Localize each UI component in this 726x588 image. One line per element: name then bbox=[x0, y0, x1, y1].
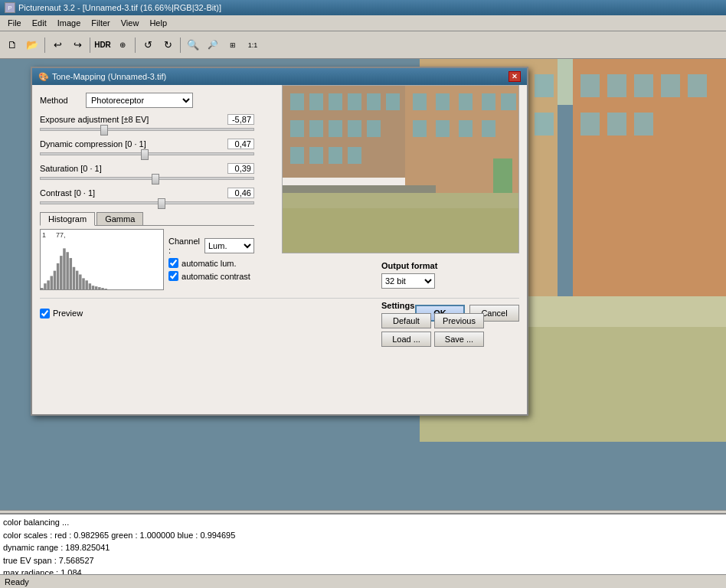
menu-help[interactable]: Help bbox=[145, 17, 172, 29]
svg-rect-67 bbox=[501, 93, 516, 110]
tab-histogram[interactable]: Histogram bbox=[40, 212, 95, 226]
dialog-preview-image bbox=[282, 85, 519, 253]
svg-rect-72 bbox=[493, 158, 512, 193]
svg-rect-76 bbox=[283, 208, 519, 253]
bit-depth-select[interactable]: 8 bit 16 bit 32 bit bbox=[381, 273, 435, 289]
auto-contrast-checkbox[interactable] bbox=[168, 271, 178, 281]
rotate-left-button[interactable]: ↺ bbox=[139, 36, 157, 54]
rotate-right-button[interactable]: ↻ bbox=[159, 36, 177, 54]
svg-rect-29 bbox=[57, 263, 59, 289]
menu-edit[interactable]: Edit bbox=[28, 17, 51, 29]
menu-filter[interactable]: Filter bbox=[87, 17, 114, 29]
svg-rect-61 bbox=[348, 147, 361, 164]
svg-rect-70 bbox=[459, 120, 473, 137]
redo-button[interactable]: ↪ bbox=[68, 36, 87, 54]
svg-rect-39 bbox=[89, 283, 91, 289]
svg-rect-65 bbox=[459, 93, 473, 110]
toolbar-sep-1 bbox=[44, 38, 45, 53]
save-button[interactable]: Save ... bbox=[434, 332, 484, 347]
dynamic-track[interactable] bbox=[40, 152, 254, 155]
svg-rect-71 bbox=[482, 120, 495, 137]
status-text: Ready bbox=[5, 577, 29, 586]
dialog-title-text: Tone-Mapping (Unnamed-3.tif) bbox=[52, 72, 166, 81]
log-area: color balancing ... color scales : red :… bbox=[0, 513, 726, 574]
merge-button[interactable]: ⊕ bbox=[113, 36, 132, 54]
toolbar-sep-2 bbox=[90, 38, 90, 53]
log-line-3: true EV span : 7.568527 bbox=[3, 554, 723, 567]
settings-section: Settings Default Previous Load ... Save … bbox=[381, 301, 519, 347]
channel-select[interactable]: Lum. Red Green Blue bbox=[204, 238, 254, 253]
hist-min-label: 1 bbox=[42, 231, 46, 239]
preview-checkbox[interactable] bbox=[40, 309, 50, 318]
undo-button[interactable]: ↩ bbox=[48, 36, 67, 54]
toolbar-sep-3 bbox=[135, 38, 136, 53]
method-label: Method bbox=[40, 96, 86, 105]
open-button[interactable]: 📂 bbox=[23, 36, 41, 54]
zoom-fit-button[interactable]: ⊞ bbox=[224, 36, 242, 54]
dialog-content: Method Photoreceptor Reinhard Drago Line… bbox=[32, 85, 527, 414]
preview-label: Preview bbox=[53, 309, 83, 318]
saturation-header: Saturation [0 · 1] 0,39 bbox=[40, 163, 254, 174]
toolbar-sep-4 bbox=[180, 38, 181, 53]
right-panel: Output format 8 bit 16 bit 32 bit Settin… bbox=[381, 261, 519, 350]
svg-rect-16 bbox=[634, 74, 653, 97]
svg-rect-51 bbox=[367, 93, 381, 110]
default-button[interactable]: Default bbox=[381, 313, 431, 328]
saturation-thumb[interactable] bbox=[152, 174, 159, 185]
exposure-slider-row: Exposure adjustment [±8 EV] -5,87 bbox=[40, 114, 254, 131]
hdr-button[interactable]: HDR bbox=[93, 36, 112, 54]
svg-rect-35 bbox=[76, 271, 78, 289]
menu-image[interactable]: Image bbox=[53, 17, 86, 29]
saturation-track[interactable] bbox=[40, 177, 254, 180]
new-button[interactable]: 🗋 bbox=[3, 36, 21, 54]
settings-btn-row-1: Default Previous bbox=[381, 313, 519, 328]
preview-row: Preview bbox=[40, 309, 83, 318]
method-row: Method Photoreceptor Reinhard Drago Line… bbox=[40, 93, 254, 108]
zoom-out-button[interactable]: 🔎 bbox=[204, 36, 222, 54]
svg-rect-55 bbox=[329, 120, 342, 137]
saturation-value: 0,39 bbox=[227, 163, 254, 174]
svg-rect-15 bbox=[607, 74, 626, 97]
exposure-track[interactable] bbox=[40, 128, 254, 131]
svg-rect-21 bbox=[634, 113, 653, 136]
auto-lum-label: automatic lum. bbox=[182, 259, 237, 268]
menu-file[interactable]: File bbox=[3, 17, 26, 29]
svg-rect-53 bbox=[290, 120, 304, 137]
previous-button[interactable]: Previous bbox=[434, 313, 484, 328]
zoom-in-button[interactable]: 🔍 bbox=[184, 36, 202, 54]
app-title: Picturenaut 3.2 - [Unnamed-3.tif (16.66%… bbox=[18, 3, 221, 12]
svg-rect-30 bbox=[60, 256, 62, 289]
svg-rect-38 bbox=[85, 280, 87, 289]
tab-gamma[interactable]: Gamma bbox=[96, 212, 143, 225]
load-button[interactable]: Load ... bbox=[381, 332, 431, 347]
contrast-thumb[interactable] bbox=[158, 198, 165, 209]
auto-lum-row: automatic lum. bbox=[168, 258, 254, 268]
svg-rect-69 bbox=[436, 120, 450, 137]
svg-rect-11 bbox=[535, 113, 554, 136]
svg-rect-57 bbox=[367, 120, 381, 137]
method-select[interactable]: Photoreceptor Reinhard Drago Linear Gamm… bbox=[86, 93, 193, 108]
dynamic-thumb[interactable] bbox=[141, 149, 149, 160]
contrast-track[interactable] bbox=[40, 201, 254, 204]
auto-contrast-row: automatic contrast bbox=[168, 271, 254, 281]
contrast-header: Contrast [0 · 1] 0,46 bbox=[40, 188, 254, 198]
exposure-thumb[interactable] bbox=[100, 125, 108, 136]
auto-lum-checkbox[interactable] bbox=[168, 258, 178, 268]
svg-rect-64 bbox=[436, 93, 450, 110]
title-bar: P Picturenaut 3.2 - [Unnamed-3.tif (16.6… bbox=[0, 0, 726, 15]
svg-rect-40 bbox=[92, 286, 94, 289]
svg-rect-49 bbox=[329, 93, 342, 110]
svg-rect-28 bbox=[54, 271, 56, 289]
svg-rect-31 bbox=[63, 248, 65, 289]
exposure-header: Exposure adjustment [±8 EV] -5,87 bbox=[40, 114, 254, 125]
menu-view[interactable]: View bbox=[116, 17, 144, 29]
log-line-2: dynamic range : 189.825041 bbox=[3, 541, 723, 554]
log-line-4: max radiance : 1.084 bbox=[3, 567, 723, 574]
channel-label-text: Channel : bbox=[168, 237, 200, 255]
svg-rect-34 bbox=[73, 267, 75, 289]
dynamic-slider-row: Dynamic compression [0 · 1] 0,47 bbox=[40, 139, 254, 155]
app-window: P Picturenaut 3.2 - [Unnamed-3.tif (16.6… bbox=[0, 0, 726, 588]
saturation-slider-row: Saturation [0 · 1] 0,39 bbox=[40, 163, 254, 180]
dialog-close-button[interactable]: ✕ bbox=[509, 71, 521, 82]
zoom-100-button[interactable]: 1:1 bbox=[244, 36, 262, 54]
